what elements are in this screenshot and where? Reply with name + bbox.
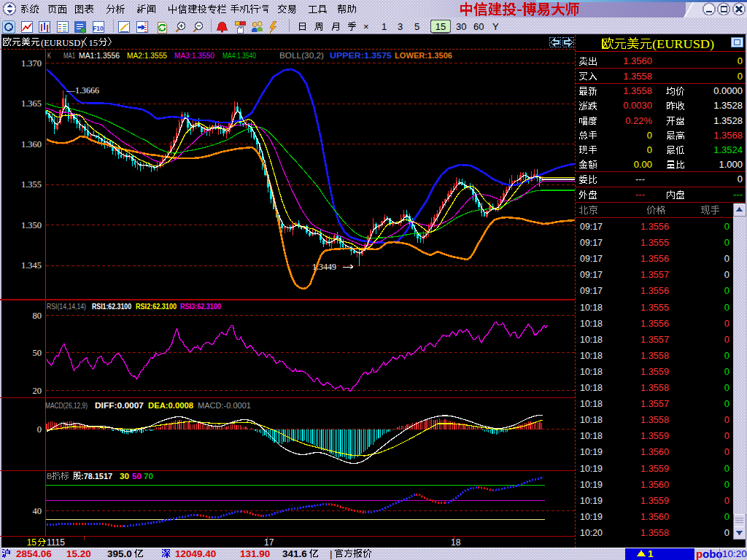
svg-text:B: B (47, 472, 52, 481)
svg-text:15.20: 15.20 (66, 548, 91, 559)
svg-text:10:20: 10:20 (580, 527, 603, 538)
svg-text:17: 17 (264, 537, 274, 548)
svg-text:0: 0 (37, 424, 42, 435)
svg-text:1.3524: 1.3524 (713, 144, 743, 155)
svg-text:10:19: 10:19 (580, 446, 603, 457)
svg-text:09:17: 09:17 (580, 221, 603, 232)
svg-text:1.3558: 1.3558 (640, 350, 669, 361)
svg-text:0.22%: 0.22% (625, 115, 652, 126)
svg-text:0: 0 (724, 366, 729, 377)
svg-text:0: 0 (724, 253, 729, 264)
svg-text:341.6: 341.6 (282, 548, 307, 559)
svg-text:---: --- (635, 174, 645, 184)
svg-text:395.0: 395.0 (107, 548, 132, 559)
svg-text:18: 18 (451, 537, 461, 548)
svg-text:3: 3 (398, 21, 403, 32)
svg-text:40: 40 (33, 506, 42, 516)
svg-text:F10: F10 (93, 25, 104, 32)
svg-text:0: 0 (724, 446, 729, 457)
svg-text:---: --- (635, 189, 645, 200)
svg-text:1115: 1115 (47, 537, 65, 548)
svg-text:0: 0 (724, 237, 729, 248)
svg-text:1.3555: 1.3555 (640, 237, 669, 248)
svg-text:0: 0 (724, 269, 729, 280)
svg-text:09:17: 09:17 (580, 269, 603, 280)
svg-text:0: 0 (738, 174, 743, 184)
svg-text:RSI1:62.3100: RSI1:62.3100 (92, 302, 131, 311)
svg-text:0: 0 (724, 382, 729, 393)
svg-text:1.3568: 1.3568 (713, 130, 743, 141)
svg-text:12049.40: 12049.40 (175, 548, 216, 559)
svg-text:1.3559: 1.3559 (640, 366, 669, 377)
svg-text:1.355: 1.355 (21, 179, 42, 190)
svg-text:10:18: 10:18 (580, 398, 603, 409)
svg-text:MA2:1.3555: MA2:1.3555 (127, 51, 167, 60)
svg-text:1.000: 1.000 (719, 159, 743, 170)
svg-text:0: 0 (724, 398, 729, 409)
svg-text:0: 0 (724, 495, 729, 506)
svg-text:0: 0 (724, 334, 729, 345)
svg-text:(EURUSD): (EURUSD) (652, 36, 714, 51)
svg-text:1.3555: 1.3555 (640, 302, 669, 313)
svg-text:1.3560: 1.3560 (640, 479, 669, 490)
svg-text:0: 0 (724, 527, 729, 538)
svg-text:0: 0 (724, 302, 729, 313)
svg-text:1.345: 1.345 (21, 260, 42, 271)
svg-text:1: 1 (382, 21, 387, 32)
svg-text:1.3560: 1.3560 (640, 446, 669, 457)
svg-text:10:18: 10:18 (580, 302, 603, 313)
svg-text:1.3560: 1.3560 (623, 55, 652, 66)
svg-text:1.3556: 1.3556 (640, 285, 669, 296)
svg-text:DIFF:0.0007: DIFF:0.0007 (95, 401, 144, 410)
svg-text:1.3559: 1.3559 (640, 463, 669, 474)
svg-text:1.3559: 1.3559 (640, 495, 669, 506)
svg-text:RSI3:62.3100: RSI3:62.3100 (180, 302, 221, 311)
svg-text:10:18: 10:18 (580, 414, 603, 425)
svg-text:0: 0 (724, 318, 729, 329)
svg-text:1.3559: 1.3559 (640, 430, 669, 441)
svg-text:10:18: 10:18 (580, 430, 603, 441)
svg-text:1: 1 (648, 548, 654, 559)
svg-text:1.3558: 1.3558 (623, 71, 652, 82)
svg-text:LOWER:1.3506: LOWER:1.3506 (395, 51, 452, 60)
svg-text:80: 80 (33, 311, 42, 321)
svg-text:0: 0 (724, 479, 729, 490)
svg-text:10:18: 10:18 (580, 318, 603, 329)
svg-text:RSI2:62.3100: RSI2:62.3100 (136, 302, 177, 311)
svg-text:MACD(26,12,9): MACD(26,12,9) (45, 401, 88, 410)
svg-text:|: | (330, 548, 333, 559)
svg-text:30: 30 (120, 472, 129, 481)
svg-text:MA1:1.3556: MA1:1.3556 (79, 51, 120, 60)
svg-text:0.00: 0.00 (634, 159, 652, 170)
svg-text:0: 0 (724, 463, 729, 474)
svg-text:10:19: 10:19 (580, 463, 603, 474)
svg-text:0: 0 (724, 511, 729, 522)
svg-text:10:18: 10:18 (580, 334, 603, 345)
svg-text:1.3560: 1.3560 (640, 511, 669, 522)
svg-text:RSI(14,14,14): RSI(14,14,14) (47, 302, 86, 311)
svg-text:2854.06: 2854.06 (16, 548, 52, 559)
svg-text:09:17: 09:17 (580, 253, 603, 264)
svg-text:1.3556: 1.3556 (640, 253, 669, 264)
svg-text:1.365: 1.365 (21, 98, 42, 109)
svg-text:20: 20 (33, 386, 42, 396)
svg-text:50: 50 (132, 472, 142, 481)
svg-text:1.370: 1.370 (21, 58, 42, 69)
svg-text:K: K (47, 51, 51, 60)
svg-text::78.1517: :78.1517 (81, 472, 112, 481)
svg-text:×: × (363, 21, 369, 32)
svg-text:30: 30 (456, 21, 466, 32)
svg-text:1.3528: 1.3528 (713, 100, 743, 111)
svg-text:15: 15 (27, 537, 37, 548)
svg-text:10:20: 10:20 (722, 548, 747, 559)
svg-text:1.3558: 1.3558 (640, 414, 669, 425)
svg-text:1.3556: 1.3556 (640, 221, 669, 232)
svg-text:15: 15 (436, 21, 446, 32)
svg-text:MA4:1.3540: MA4:1.3540 (222, 51, 256, 60)
svg-text:0.0000: 0.0000 (713, 85, 743, 96)
svg-text:10:19: 10:19 (580, 479, 603, 490)
svg-text:p: p (696, 548, 703, 560)
svg-text:5: 5 (414, 21, 419, 32)
svg-text:(EURUSD): (EURUSD) (41, 38, 83, 48)
svg-text:MA1: MA1 (63, 51, 75, 60)
